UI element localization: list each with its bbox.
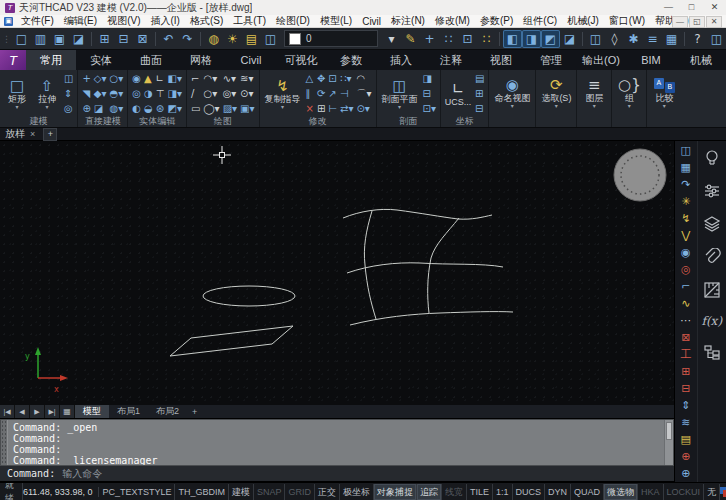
status-toggle[interactable]: DYN: [545, 484, 571, 500]
box-edit-icon[interactable]: ◧▾: [167, 71, 183, 86]
light-bulb-icon[interactable]: ◍: [204, 30, 223, 48]
axis-constraint-icon[interactable]: 工: [680, 346, 691, 363]
panel-label[interactable]: 剖面: [379, 116, 438, 127]
plot-stamp-icon[interactable]: ⊞: [95, 30, 114, 48]
dome-icon[interactable]: ◓▾: [109, 86, 125, 101]
status-toggle[interactable]: 无: [704, 484, 720, 500]
region-icon[interactable]: ▣▾: [239, 101, 255, 116]
menu-item[interactable]: 格式(S): [185, 14, 228, 28]
print-icon[interactable]: ◫: [261, 30, 280, 48]
scrollbar-thumb[interactable]: [666, 422, 672, 440]
donut-icon[interactable]: ◎▾: [222, 86, 238, 101]
align-icon[interactable]: ⇄▾: [339, 101, 354, 116]
shell-icon[interactable]: ◍▾: [109, 101, 125, 116]
arc-icon[interactable]: ◠▾: [202, 71, 220, 86]
link-icon[interactable]: ⊠: [681, 329, 690, 346]
minimize-button[interactable]: —: [657, 0, 680, 15]
hatch-icon[interactable]: ▨▾: [222, 101, 238, 116]
polyline-icon[interactable]: ⌐: [190, 71, 201, 86]
extract-edges-icon[interactable]: ⊕: [81, 101, 91, 116]
status-toggle[interactable]: HKA: [638, 484, 664, 500]
compare-button[interactable]: A B 比较 ▾: [650, 78, 678, 109]
node-select-icon[interactable]: ∷: [439, 30, 458, 48]
ribbon-tab[interactable]: 曲面: [126, 50, 176, 70]
rect-array-icon[interactable]: ⊞: [316, 101, 326, 116]
ribbon-tab[interactable]: 参数: [326, 50, 376, 70]
layout-nav-button[interactable]: |◀: [0, 405, 15, 418]
rotate-face-icon[interactable]: ◇▾: [93, 71, 108, 86]
menu-item[interactable]: Civil: [357, 16, 386, 27]
separator[interactable]: [155, 32, 156, 46]
history-icon[interactable]: ◩▾: [167, 101, 183, 116]
layer-color-control[interactable]: 0: [284, 30, 378, 47]
hierarchy-icon[interactable]: [703, 343, 721, 361]
move-face-icon[interactable]: +: [81, 71, 91, 86]
named-views-button[interactable]: ◉ 命名视图 ▾: [492, 77, 532, 109]
view-cube-2-icon[interactable]: ◨: [522, 30, 541, 48]
status-toggle[interactable]: 微选物: [604, 484, 638, 500]
magic-tool-icon[interactable]: ✳: [681, 193, 690, 210]
corner-arrow-icon[interactable]: ⌐: [681, 278, 690, 295]
ime-language-icon[interactable]: [720, 487, 726, 497]
status-toggle[interactable]: QUAD: [571, 484, 604, 500]
mdi-close-button[interactable]: ✕: [706, 16, 722, 28]
separator[interactable]: [499, 32, 500, 46]
publish-icon[interactable]: ⊠: [133, 30, 152, 48]
open-file-icon[interactable]: ▥: [31, 30, 50, 48]
view-cube-4-icon[interactable]: ◪: [560, 30, 579, 48]
menu-item[interactable]: 视图(V): [102, 14, 145, 28]
copy-icon[interactable]: ⊡: [327, 71, 338, 86]
separate-icon[interactable]: ◒: [143, 101, 154, 116]
separator[interactable]: [684, 32, 685, 46]
mdi-minimize-button[interactable]: —: [672, 16, 688, 28]
close-tab-icon[interactable]: ×: [30, 129, 35, 139]
clean-icon[interactable]: ◑: [143, 86, 154, 101]
taper-edge-icon[interactable]: ⊤: [155, 86, 166, 101]
command-input[interactable]: Command: 输入命令: [0, 466, 674, 482]
ribbon-tab[interactable]: 输出(O): [576, 50, 626, 70]
menu-item[interactable]: 窗口(W): [604, 14, 650, 28]
layout-list-icon[interactable]: ▦: [60, 405, 75, 418]
ribbon-tab[interactable]: 注释: [426, 50, 476, 70]
polysolid-icon[interactable]: ◫: [63, 71, 74, 86]
layout-nav-button[interactable]: ◀: [15, 405, 30, 418]
status-toggle[interactable]: DUCS: [513, 484, 546, 500]
motion-path-icon[interactable]: ∿: [681, 295, 690, 312]
ribbon-tab[interactable]: 常用: [26, 50, 76, 70]
box-button[interactable]: □ 矩形 ▾: [3, 78, 31, 110]
union-icon[interactable]: ◉: [131, 71, 142, 86]
status-toggle[interactable]: 追踪: [417, 484, 442, 500]
command-window[interactable]: Command: _openCommand:Command:Command: _…: [0, 419, 674, 466]
view-cube-1-icon[interactable]: ◧: [503, 30, 522, 48]
array-icon[interactable]: ∷▾: [339, 71, 354, 86]
extrude-button[interactable]: ⇧ 拉伸 ▾: [33, 78, 61, 110]
menu-item[interactable]: 参数(P): [475, 14, 518, 28]
shell-edit-icon[interactable]: ◨▾: [167, 86, 183, 101]
lengthen-icon[interactable]: ⊢: [327, 101, 338, 116]
separator[interactable]: [582, 32, 583, 46]
taper-face-icon[interactable]: ◥: [81, 86, 91, 101]
trim-icon[interactable]: ⊣: [339, 86, 354, 101]
toolbar-grip[interactable]: ⋮: [0, 34, 12, 44]
redo-icon[interactable]: ↷: [178, 30, 197, 48]
subtract-icon[interactable]: ◎: [131, 86, 142, 101]
settings-icon[interactable]: ✱: [624, 30, 643, 48]
ribbon-tab[interactable]: BIM: [626, 50, 676, 70]
plot-icon[interactable]: ⊟: [114, 30, 133, 48]
chevron-down-icon[interactable]: ▾: [382, 30, 401, 48]
arrows-updown-icon[interactable]: ⇕: [681, 397, 690, 414]
break-icon[interactable]: ◠: [355, 71, 372, 86]
waves-icon[interactable]: ≋: [681, 414, 690, 431]
spline-icon[interactable]: ∿▾: [222, 71, 238, 86]
dim-box-icon[interactable]: ⊞: [681, 363, 690, 380]
fillet-icon[interactable]: ⌒▾: [355, 86, 372, 101]
image-icon[interactable]: ▦: [662, 30, 681, 48]
restore-button[interactable]: □: [680, 0, 703, 15]
loft-wireframe-entity[interactable]: [343, 209, 513, 325]
ucs-world-icon[interactable]: ⊞: [474, 86, 485, 101]
ribbon-tab[interactable]: 视图: [476, 50, 526, 70]
check-solid-icon[interactable]: ⊛: [155, 101, 166, 116]
panel-label[interactable]: 直接建模: [80, 116, 125, 127]
status-toggle[interactable]: GRID: [285, 484, 315, 500]
status-toggle[interactable]: 线宽: [442, 484, 467, 500]
